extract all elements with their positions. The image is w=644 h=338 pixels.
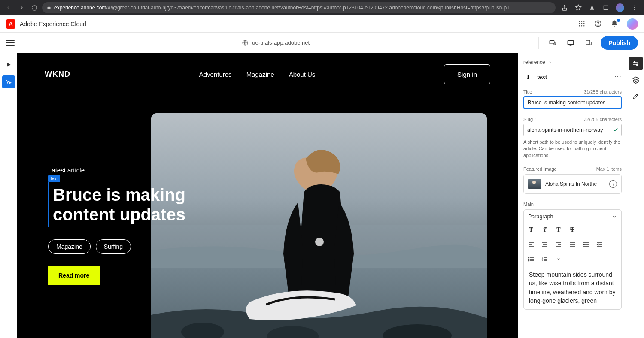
ordered-list-button[interactable]: 123 (541, 255, 549, 263)
hero-title-selection[interactable]: Bruce is making content updates (48, 182, 218, 227)
site-header: WKND Adventures Magazine About Us Sign i… (17, 53, 518, 96)
aec-title: Adobe Experience Cloud (20, 21, 86, 27)
svg-point-5 (579, 21, 580, 22)
indent-button[interactable] (582, 241, 590, 248)
svg-rect-1 (604, 6, 608, 9)
app-switcher-icon[interactable] (578, 20, 586, 28)
svg-rect-19 (568, 40, 574, 44)
featured-image-label: Featured Image (523, 166, 557, 172)
featured-thumbnail (528, 179, 541, 189)
browser-reload-button[interactable] (29, 3, 39, 13)
bullet-list-button[interactable] (527, 255, 535, 263)
slug-char-count: 32/255 characters (584, 117, 622, 122)
svg-point-7 (583, 21, 585, 22)
outdent-button[interactable] (596, 241, 604, 248)
publish-button[interactable]: Publish (601, 36, 638, 50)
globe-icon (242, 39, 249, 46)
featured-image-name: Aloha Spirits In Northe (545, 181, 605, 187)
align-right-button[interactable] (555, 241, 562, 248)
properties-breadcrumb[interactable]: reference (523, 59, 622, 65)
hero-tags: Magazine Surfing (48, 239, 470, 254)
device-settings-button[interactable] (547, 37, 559, 49)
hero-title[interactable]: Bruce is making content updates (53, 185, 213, 224)
slug-helper-text: A short path to be used to uniquely iden… (523, 139, 622, 159)
underline-button[interactable]: T (555, 226, 562, 234)
help-icon[interactable] (594, 20, 603, 28)
share-icon[interactable] (561, 4, 568, 12)
featured-image-max: Max 1 items (596, 166, 622, 172)
strikethrough-button[interactable]: T (568, 226, 576, 234)
lock-icon (46, 5, 52, 10)
browser-actions (558, 3, 641, 12)
page-host-text: ue-trials-app.adobe.net (252, 39, 310, 46)
notifications-icon[interactable] (611, 20, 619, 28)
browser-forward-button[interactable] (16, 3, 27, 13)
latest-article-label: Latest article (48, 166, 470, 174)
title-input[interactable] (523, 96, 622, 109)
signin-button[interactable]: Sign in (444, 64, 490, 84)
site-nav: Adventures Magazine About Us (199, 71, 316, 78)
user-avatar[interactable] (627, 18, 638, 30)
chip-surfing[interactable]: Surfing (96, 239, 131, 254)
edit-mode-button[interactable] (2, 75, 15, 88)
slug-field-label: Slug * (523, 117, 536, 122)
align-justify-button[interactable] (568, 241, 576, 248)
browser-chrome: experience.adobe.com/#/@great-co-i-trial… (0, 0, 644, 15)
list-options-button[interactable] (555, 255, 562, 263)
preview-mode-button[interactable] (2, 58, 15, 71)
open-page-button[interactable] (583, 37, 595, 49)
title-char-count: 31/255 characters (584, 89, 622, 94)
italic-button[interactable]: T (541, 226, 549, 234)
browser-url-bar[interactable]: experience.adobe.com/#/@great-co-i-trial… (42, 2, 556, 13)
chevron-right-icon (548, 60, 552, 64)
star-icon[interactable] (574, 4, 582, 12)
nav-about[interactable]: About Us (289, 71, 316, 78)
svg-point-9 (581, 23, 583, 24)
editor-toolbar: ue-trials-app.adobe.net Publish (0, 33, 644, 53)
main-label: Main (523, 202, 622, 207)
menu-toggle-button[interactable] (6, 40, 15, 46)
block-style-select[interactable]: Paragraph (524, 210, 621, 223)
aec-header: A Adobe Experience Cloud (0, 15, 644, 33)
nav-magazine[interactable]: Magazine (246, 71, 274, 78)
edit-tab-button[interactable] (629, 89, 643, 103)
rte-content[interactable]: Steep mountain sides surround us, like w… (524, 266, 621, 309)
properties-panel: reference T text ··· Title 31/255 charac… (518, 53, 627, 338)
chip-magazine[interactable]: Magazine (48, 239, 91, 254)
page-host-label: ue-trials-app.adobe.net (21, 39, 531, 46)
title-field-label: Title (523, 89, 532, 94)
nav-adventures[interactable]: Adventures (199, 71, 232, 78)
adobe-logo-icon[interactable]: A (6, 19, 15, 29)
rich-text-editor: Paragraph T T T T 123 (523, 209, 622, 310)
desktop-preview-button[interactable] (565, 37, 577, 49)
svg-point-13 (583, 25, 585, 26)
properties-rail (627, 53, 644, 338)
align-left-button[interactable] (527, 241, 535, 248)
site-logo[interactable]: WKND (45, 70, 70, 79)
svg-rect-20 (586, 40, 590, 44)
slug-input[interactable] (523, 124, 622, 136)
browser-menu-icon[interactable] (630, 4, 638, 12)
properties-tab-button[interactable] (629, 57, 643, 70)
svg-point-15 (598, 25, 598, 26)
text-component-icon: T (523, 72, 533, 81)
svg-point-35 (636, 64, 638, 65)
browser-profile-avatar[interactable] (616, 3, 624, 12)
align-center-button[interactable] (541, 241, 549, 248)
canvas-mode-rail (0, 53, 17, 338)
layers-tab-button[interactable] (629, 73, 643, 87)
featured-image-item[interactable]: Aloha Spirits In Northe i (523, 174, 622, 194)
extension-icon-2[interactable] (602, 4, 610, 12)
readmore-button[interactable]: Read more (48, 266, 100, 285)
component-more-button[interactable]: ··· (615, 74, 622, 80)
bold-button[interactable]: T (527, 226, 535, 234)
info-icon[interactable]: i (609, 180, 617, 188)
svg-point-2 (634, 6, 635, 6)
page-canvas: WKND Adventures Magazine About Us Sign i… (17, 53, 518, 338)
svg-point-11 (579, 25, 580, 26)
svg-point-12 (581, 25, 583, 26)
svg-text:3: 3 (542, 260, 543, 262)
component-header: T text ··· (523, 72, 622, 81)
extension-icon-1[interactable] (588, 4, 596, 12)
browser-back-button[interactable] (3, 3, 14, 13)
